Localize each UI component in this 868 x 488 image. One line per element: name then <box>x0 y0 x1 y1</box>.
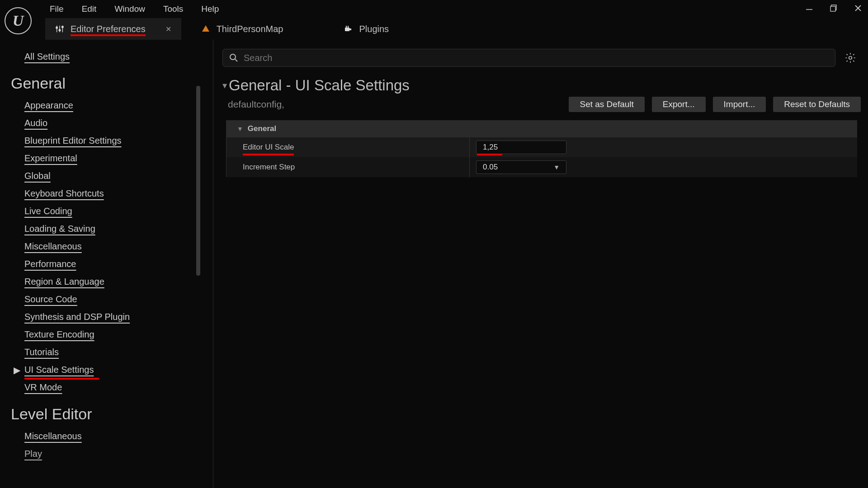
sidebar-item-global[interactable]: Global <box>11 167 202 185</box>
svg-rect-13 <box>349 28 351 30</box>
dropdown-value: 0.05 <box>483 163 498 172</box>
plugin-icon <box>344 24 353 33</box>
menu-edit[interactable]: Edit <box>73 4 106 14</box>
maximize-button[interactable] <box>828 3 839 14</box>
svg-rect-14 <box>346 26 347 28</box>
sidebar-item-vr-mode[interactable]: VR Mode <box>11 379 202 396</box>
search-icon <box>229 53 238 62</box>
minimize-button[interactable] <box>804 3 815 14</box>
sidebar-item-loading-saving[interactable]: Loading & Saving <box>11 220 202 238</box>
sidebar-item-ui-scale-settings[interactable]: ▶ UI Scale Settings <box>11 361 202 379</box>
reset-to-defaults-button[interactable]: Reset to Defaults <box>773 97 861 112</box>
sidebar-item-live-coding[interactable]: Live Coding <box>11 202 202 220</box>
highlight-underline <box>477 154 502 155</box>
sidebar-item-label: UI Scale Settings <box>24 365 94 375</box>
svg-rect-12 <box>345 28 349 31</box>
sidebar-item-performance[interactable]: Performance <box>11 255 202 273</box>
sidebar-item-blueprint-editor-settings[interactable]: Blueprint Editor Settings <box>11 132 202 150</box>
sidebar-item-miscellaneous[interactable]: Miscellaneous <box>11 238 202 255</box>
svg-point-10 <box>62 26 64 28</box>
sidebar-all-settings[interactable]: All Settings <box>11 48 202 66</box>
property-label: Increment Step <box>243 163 295 172</box>
sidebar-item-audio[interactable]: Audio <box>11 114 202 132</box>
svg-marker-11 <box>202 25 209 32</box>
svg-point-18 <box>849 56 852 60</box>
sidebar-item-synthesis-dsp[interactable]: Synthesis and DSP Plugin <box>11 308 202 326</box>
map-icon <box>201 24 210 33</box>
tab-label: Plugins <box>359 24 389 34</box>
tab-editor-preferences[interactable]: Editor Preferences ✕ <box>45 18 181 40</box>
menu-tools[interactable]: Tools <box>154 4 192 14</box>
chevron-down-icon: ▼ <box>553 164 560 171</box>
close-button[interactable] <box>853 3 863 14</box>
search-bar[interactable] <box>222 49 835 67</box>
menu-window[interactable]: Window <box>105 4 154 14</box>
sidebar-item-appearance[interactable]: Appearance <box>11 97 202 114</box>
settings-sidebar: All Settings General Appearance Audio Bl… <box>0 40 213 488</box>
svg-rect-15 <box>348 26 349 28</box>
sidebar-item-experimental[interactable]: Experimental <box>11 150 202 167</box>
svg-point-8 <box>56 27 58 28</box>
document-tabbar: Editor Preferences ✕ ThirdPersonMap Plug… <box>0 18 868 40</box>
section-expand-icon: ▼ <box>237 125 243 132</box>
export-button[interactable]: Export... <box>652 97 706 112</box>
tab-third-person-map[interactable]: ThirdPersonMap <box>191 18 293 40</box>
sidebar-section-general: General <box>11 66 202 97</box>
svg-line-17 <box>235 59 237 61</box>
search-input[interactable] <box>244 53 829 63</box>
sidebar-item-source-code[interactable]: Source Code <box>11 291 202 308</box>
svg-rect-2 <box>830 6 835 11</box>
close-tab-icon[interactable]: ✕ <box>152 25 171 33</box>
tab-label: Editor Preferences <box>71 24 146 34</box>
section-header-general[interactable]: ▼ General <box>226 120 857 137</box>
section-title: General <box>248 124 276 133</box>
current-page-indicator-icon: ▶ <box>14 365 20 375</box>
sidebar-item-tutorials[interactable]: Tutorials <box>11 343 202 361</box>
property-label: Editor UI Scale <box>243 143 294 152</box>
tab-plugins[interactable]: Plugins <box>334 18 399 40</box>
sidebar-section-level-editor: Level Editor <box>11 396 202 427</box>
main-menubar: File Edit Window Tools Help <box>0 0 868 18</box>
svg-point-9 <box>59 29 61 31</box>
menu-help[interactable]: Help <box>192 4 228 14</box>
menu-file[interactable]: File <box>41 4 73 14</box>
settings-gear-icon[interactable] <box>844 52 856 64</box>
tab-label: ThirdPersonMap <box>217 24 283 34</box>
unreal-logo: U <box>5 7 32 34</box>
svg-point-16 <box>230 54 236 60</box>
sidebar-item-le-miscellaneous[interactable]: Miscellaneous <box>11 427 202 445</box>
sidebar-item-le-play[interactable]: Play <box>11 445 202 463</box>
sidebar-item-region-language[interactable]: Region & Language <box>11 273 202 291</box>
collapse-page-icon[interactable]: ▾ <box>222 80 227 91</box>
set-as-default-button[interactable]: Set as Default <box>569 97 644 112</box>
settings-sliders-icon <box>55 24 64 33</box>
settings-content: ▾ General - UI Scale Settings defaultcon… <box>213 40 868 488</box>
sidebar-item-texture-encoding[interactable]: Texture Encoding <box>11 326 202 343</box>
import-button[interactable]: Import... <box>713 97 766 112</box>
increment-step-dropdown[interactable]: 0.05 ▼ <box>476 160 566 174</box>
property-row-editor-ui-scale: Editor UI Scale <box>226 137 857 157</box>
sidebar-item-keyboard-shortcuts[interactable]: Keyboard Shortcuts <box>11 185 202 202</box>
editor-ui-scale-input[interactable] <box>476 141 566 154</box>
page-title: General - UI Scale Settings <box>229 77 410 94</box>
page-subtitle: defaultconfig, <box>228 99 284 110</box>
window-controls <box>804 3 863 14</box>
property-row-increment-step: Increment Step 0.05 ▼ <box>226 157 857 177</box>
